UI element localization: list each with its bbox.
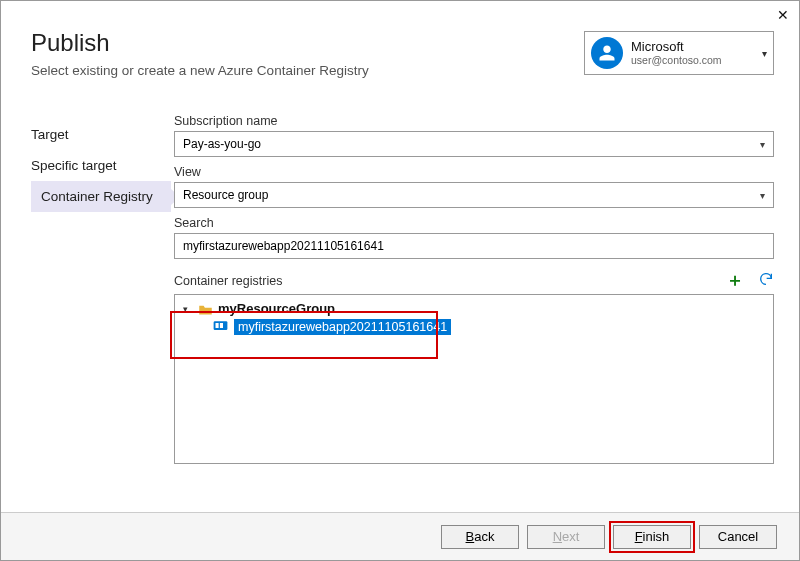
container-registries-tree[interactable]: ▾ myResourceGroup myfirstazurewebapp2021… <box>174 294 774 464</box>
close-icon[interactable]: ✕ <box>777 7 789 23</box>
subscription-label: Subscription name <box>174 114 774 128</box>
dialog-footer: Back Next Finish Cancel <box>1 512 799 560</box>
search-label: Search <box>174 216 774 230</box>
tree-group-resource-group[interactable]: ▾ myResourceGroup <box>183 301 765 316</box>
page-title: Publish <box>31 29 110 57</box>
tree-item-registry[interactable]: myfirstazurewebapp20211105161641 <box>213 319 765 335</box>
publish-dialog: ✕ Publish Select existing or create a ne… <box>0 0 800 561</box>
resource-group-name: myResourceGroup <box>218 301 335 316</box>
wizard-steps: Target Specific target Container Registr… <box>31 119 171 212</box>
add-registry-icon[interactable]: ＋ <box>726 271 744 291</box>
account-name: Microsoft <box>631 40 722 55</box>
container-registry-icon <box>213 319 228 335</box>
account-picker[interactable]: Microsoft user@contoso.com ▾ <box>584 31 774 75</box>
folder-icon <box>198 301 213 316</box>
svg-rect-1 <box>216 323 219 328</box>
search-input[interactable] <box>174 233 774 259</box>
next-button: Next <box>527 525 605 549</box>
container-registries-label: Container registries <box>174 274 282 288</box>
svg-rect-2 <box>220 323 223 328</box>
account-email: user@contoso.com <box>631 54 722 66</box>
sidebar-item-specific-target[interactable]: Specific target <box>31 150 171 181</box>
view-label: View <box>174 165 774 179</box>
cancel-button[interactable]: Cancel <box>699 525 777 549</box>
view-dropdown[interactable]: Resource group <box>174 182 774 208</box>
form-area: Subscription name Pay-as-you-go View Res… <box>174 114 774 464</box>
chevron-down-icon: ▾ <box>762 48 767 59</box>
back-button[interactable]: Back <box>441 525 519 549</box>
subscription-dropdown[interactable]: Pay-as-you-go <box>174 131 774 157</box>
page-subtitle: Select existing or create a new Azure Co… <box>31 63 369 78</box>
refresh-icon[interactable] <box>758 271 774 291</box>
view-value: Resource group <box>183 188 268 202</box>
sidebar-item-target[interactable]: Target <box>31 119 171 150</box>
registry-name: myfirstazurewebapp20211105161641 <box>234 319 451 335</box>
finish-button[interactable]: Finish <box>613 525 691 549</box>
sidebar-item-container-registry[interactable]: Container Registry <box>31 181 171 212</box>
subscription-value: Pay-as-you-go <box>183 137 261 151</box>
expand-caret-icon[interactable]: ▾ <box>183 304 193 314</box>
avatar-icon <box>591 37 623 69</box>
